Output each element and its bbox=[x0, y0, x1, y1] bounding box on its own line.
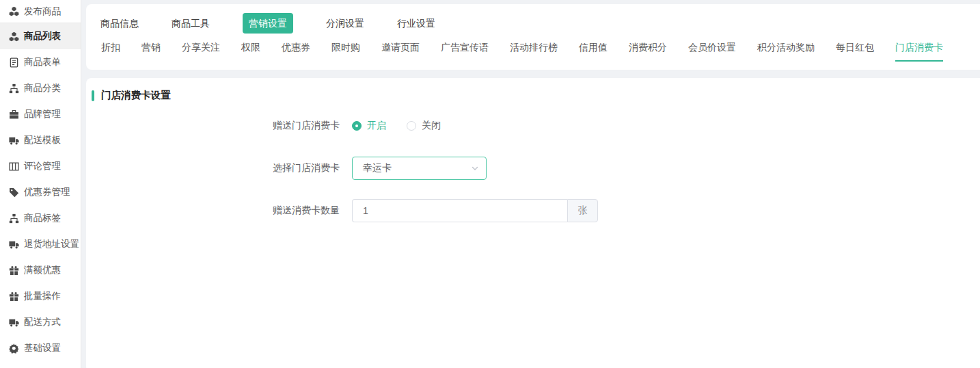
truck-icon bbox=[9, 239, 19, 250]
truck-icon bbox=[9, 317, 19, 328]
quantity-input-group: 张 bbox=[352, 199, 598, 222]
sidebar-item-label: 配送方式 bbox=[24, 316, 61, 328]
sidebar-item-label: 商品标签 bbox=[24, 212, 61, 224]
tab-industry-settings[interactable]: 行业设置 bbox=[397, 13, 435, 34]
sidebar-item-product-category[interactable]: 商品分类 bbox=[0, 75, 81, 101]
sidebar-item-label: 品牌管理 bbox=[24, 108, 61, 120]
subtab-points-rewards[interactable]: 积分活动奖励 bbox=[757, 42, 815, 62]
cubes-icon bbox=[9, 31, 19, 42]
sidebar-item-label: 商品列表 bbox=[24, 30, 61, 42]
radio-option-off[interactable]: 关闭 bbox=[407, 120, 441, 132]
sidebar-item-batch-operations[interactable]: 批量操作 bbox=[0, 283, 81, 309]
secondary-tab-bar: 折扣 营销 分享关注 权限 优惠券 限时购 邀请页面 广告宣传语 活动排行榜 信… bbox=[86, 42, 980, 62]
subtab-member-price[interactable]: 会员价设置 bbox=[688, 42, 736, 62]
sitemap-icon bbox=[9, 83, 19, 94]
gift-card-radio-group: 开启 关闭 bbox=[352, 120, 441, 132]
subtab-invite-page[interactable]: 邀请页面 bbox=[381, 42, 420, 62]
sitemap-icon bbox=[9, 213, 19, 224]
tab-product-info[interactable]: 商品信息 bbox=[100, 13, 139, 34]
sidebar-item-coupon-management[interactable]: 优惠券管理 bbox=[0, 179, 81, 205]
sidebar-item-delivery-template[interactable]: 配送模板 bbox=[0, 127, 81, 153]
subtab-discount[interactable]: 折扣 bbox=[101, 42, 120, 62]
subtab-ad-slogan[interactable]: 广告宣传语 bbox=[441, 42, 489, 62]
columns-icon bbox=[9, 161, 19, 172]
quantity-unit-addon: 张 bbox=[567, 199, 598, 222]
section-title: 门店消费卡设置 bbox=[101, 89, 171, 102]
tab-product-tools[interactable]: 商品工具 bbox=[172, 13, 210, 34]
sidebar-item-label: 商品分类 bbox=[24, 82, 61, 94]
store-card-select[interactable]: 幸运卡 bbox=[352, 157, 487, 180]
sidebar-item-product-form[interactable]: 商品表单 bbox=[0, 49, 81, 75]
sidebar-item-label: 配送模板 bbox=[24, 134, 61, 146]
subtab-daily-red-packet[interactable]: 每日红包 bbox=[836, 42, 874, 62]
section-header: 门店消费卡设置 bbox=[92, 89, 980, 102]
tabs-card: 商品信息 商品工具 营销设置 分润设置 行业设置 折扣 营销 分享关注 权限 优… bbox=[86, 4, 980, 70]
subtab-flash-sale[interactable]: 限时购 bbox=[331, 42, 360, 62]
sidebar-item-comment-management[interactable]: 评论管理 bbox=[0, 153, 81, 179]
tab-profit-settings[interactable]: 分润设置 bbox=[326, 13, 364, 34]
subtab-coupon[interactable]: 优惠券 bbox=[282, 42, 310, 62]
quantity-row: 赠送消费卡数量 张 bbox=[92, 199, 980, 222]
radio-option-on[interactable]: 开启 bbox=[352, 120, 386, 132]
select-card-row: 选择门店消费卡 幸运卡 bbox=[92, 157, 980, 180]
sidebar-item-label: 评论管理 bbox=[24, 160, 61, 172]
tab-marketing-settings[interactable]: 营销设置 bbox=[243, 13, 293, 34]
sidebar-item-full-discount[interactable]: 满额优惠 bbox=[0, 257, 81, 283]
sidebar-item-brand-management[interactable]: 品牌管理 bbox=[0, 101, 81, 127]
document-icon bbox=[9, 57, 19, 68]
sidebar-item-return-address[interactable]: 退货地址设置 bbox=[0, 231, 81, 257]
sidebar-item-publish-product[interactable]: 发布商品 bbox=[0, 0, 81, 23]
gift-icon bbox=[9, 291, 19, 302]
radio-on-circle[interactable] bbox=[352, 121, 362, 131]
gift-card-row: 赠送门店消费卡 开启 关闭 bbox=[92, 114, 980, 137]
radio-off-label: 关闭 bbox=[422, 120, 441, 132]
sidebar-item-label: 退货地址设置 bbox=[24, 238, 79, 250]
content-card: 门店消费卡设置 赠送门店消费卡 开启 关闭 选择门店消费卡 幸运卡 bbox=[86, 78, 980, 368]
radio-off-circle[interactable] bbox=[407, 121, 416, 131]
select-card-label: 选择门店消费卡 bbox=[92, 162, 352, 174]
subtab-share-follow[interactable]: 分享关注 bbox=[182, 42, 220, 62]
sidebar-item-label: 满额优惠 bbox=[24, 264, 61, 276]
sidebar-item-label: 基础设置 bbox=[24, 342, 61, 354]
subtab-consumption-points[interactable]: 消费积分 bbox=[629, 42, 667, 62]
section-accent-bar bbox=[92, 90, 94, 101]
sidebar-item-label: 批量操作 bbox=[24, 290, 61, 302]
radio-on-label: 开启 bbox=[367, 120, 386, 132]
sidebar-item-label: 发布商品 bbox=[24, 5, 61, 18]
sidebar-item-basic-settings[interactable]: 基础设置 bbox=[0, 335, 81, 361]
subtab-marketing[interactable]: 营销 bbox=[141, 42, 161, 62]
subtab-activity-ranking[interactable]: 活动排行榜 bbox=[510, 42, 558, 62]
gear-icon bbox=[9, 343, 19, 354]
primary-tab-bar: 商品信息 商品工具 营销设置 分润设置 行业设置 bbox=[86, 4, 980, 34]
sidebar-item-product-tags[interactable]: 商品标签 bbox=[0, 205, 81, 231]
select-value: 幸运卡 bbox=[363, 162, 392, 174]
sidebar-item-label: 优惠券管理 bbox=[24, 186, 70, 198]
store-card-form: 赠送门店消费卡 开启 关闭 选择门店消费卡 幸运卡 赠送消费卡数量 bbox=[92, 114, 980, 222]
cubes-icon bbox=[9, 6, 19, 16]
gift-card-label: 赠送门店消费卡 bbox=[92, 120, 352, 132]
subtab-credit-value[interactable]: 信用值 bbox=[579, 42, 608, 62]
gift-icon bbox=[9, 265, 19, 276]
sidebar-item-product-list[interactable]: 商品列表 bbox=[0, 23, 81, 49]
quantity-label: 赠送消费卡数量 bbox=[92, 205, 352, 217]
sidebar-item-label: 商品表单 bbox=[24, 56, 61, 68]
truck-icon bbox=[9, 135, 19, 146]
quantity-input[interactable] bbox=[352, 199, 567, 222]
tag-icon bbox=[9, 187, 19, 198]
chevron-down-icon bbox=[471, 164, 479, 172]
sidebar-item-delivery-method[interactable]: 配送方式 bbox=[0, 309, 81, 335]
sidebar: 发布商品 商品列表 商品表单 商品分类 品牌管理 配送模板 评论管理 优惠券管理… bbox=[0, 0, 81, 368]
subtab-store-card[interactable]: 门店消费卡 bbox=[895, 42, 943, 62]
subtab-permissions[interactable]: 权限 bbox=[241, 42, 260, 62]
briefcase-icon bbox=[9, 109, 19, 120]
